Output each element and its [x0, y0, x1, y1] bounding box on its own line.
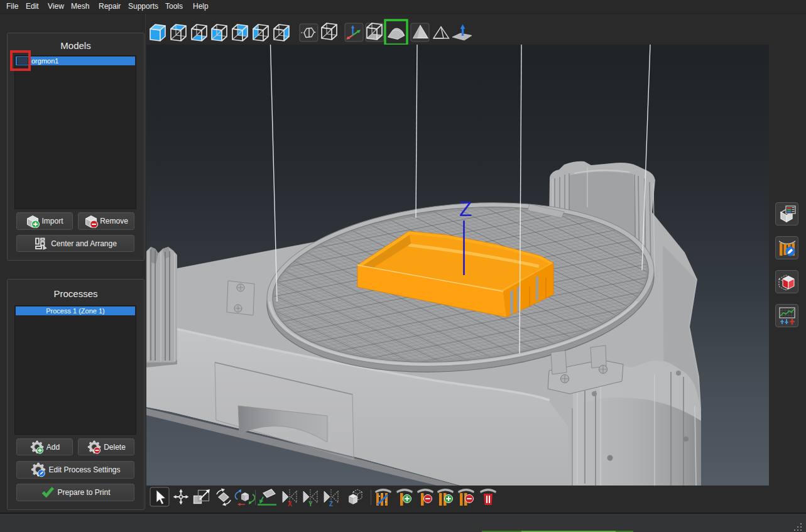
svg-text:Z: Z: [329, 501, 333, 508]
svg-text:Z: Z: [459, 197, 472, 220]
svg-text:X: X: [288, 501, 292, 508]
svg-text:Y: Y: [308, 501, 313, 508]
